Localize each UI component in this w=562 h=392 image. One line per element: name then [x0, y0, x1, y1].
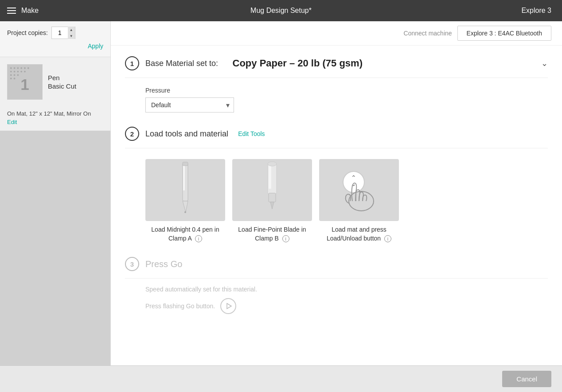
steps-area: 1 Base Material set to: Copy Paper – 20 … [111, 46, 562, 332]
step3-go-text: Press flashing Go button. [145, 303, 215, 310]
page-title: Mug Design Setup* [250, 7, 312, 15]
step1-material: Copy Paper – 20 lb (75 gsm) [233, 58, 363, 69]
svg-point-14 [17, 74, 19, 76]
step3-title: Press Go [145, 259, 182, 269]
apply-button[interactable]: Apply [88, 41, 103, 51]
mat-info-text: On Mat, 12" x 12" Mat, Mirror On [7, 110, 103, 117]
svg-point-5 [24, 67, 26, 69]
edit-tools-link[interactable]: Edit Tools [238, 130, 265, 137]
svg-point-13 [14, 74, 16, 76]
step3-go-row: Press flashing Go button. [145, 298, 548, 314]
machine-button[interactable]: Explore 3 : E4AC Bluetooth [457, 26, 551, 41]
main-content: Connect machine Explore 3 : E4AC Bluetoo… [111, 21, 562, 392]
pressure-select[interactable]: Default More Less [145, 97, 234, 113]
project-copies-label: Project copies: [7, 29, 48, 36]
tool-cards: Load Midnight 0.4 pen in Clamp A i [125, 159, 548, 243]
cancel-button[interactable]: Cancel [502, 371, 551, 387]
step2-section: 2 Load tools and material Edit Tools [125, 127, 548, 243]
step3-header: 3 Press Go [125, 257, 548, 279]
sidebar: Project copies: ▲ ▼ Apply [0, 21, 111, 392]
copies-up-button[interactable]: ▲ [68, 27, 75, 33]
go-button[interactable] [220, 298, 236, 314]
tool-pen-info-icon[interactable]: i [195, 235, 202, 242]
design-name-line1: Pen [48, 74, 76, 82]
hamburger-icon[interactable] [7, 8, 16, 14]
sidebar-mat-info-area: On Mat, 12" x 12" Mat, Mirror On Edit [0, 107, 110, 131]
tool-blade-info-icon[interactable]: i [282, 235, 289, 242]
svg-marker-20 [183, 201, 188, 212]
step2-number: 2 [125, 127, 139, 141]
svg-point-1 [10, 67, 12, 69]
step1-prefix: Base Material set to: [145, 59, 218, 68]
main-layout: Project copies: ▲ ▼ Apply [0, 21, 562, 392]
tool-card-blade: Load Fine-Point Blade in Clamp B i [232, 159, 312, 243]
copies-spinners: ▲ ▼ [68, 27, 75, 39]
edit-link[interactable]: Edit [7, 119, 17, 125]
svg-point-21 [184, 211, 186, 213]
play-icon [225, 302, 233, 310]
step1-number: 1 [125, 56, 139, 70]
design-info: Pen Basic Cut [48, 74, 76, 91]
copies-input-wrap: ▲ ▼ [51, 27, 75, 39]
svg-point-27 [268, 162, 277, 166]
sidebar-gray-area [0, 131, 110, 392]
svg-point-8 [14, 71, 16, 73]
tool-mat-info-icon[interactable]: i [384, 235, 391, 242]
tool-img-blade [232, 159, 312, 221]
svg-point-16 [14, 78, 16, 79]
nav-make-label: Make [21, 7, 39, 15]
design-thumbnail: 1 [7, 64, 43, 100]
svg-marker-32 [227, 303, 231, 309]
svg-point-3 [17, 67, 19, 69]
pen-icon [168, 161, 203, 219]
svg-rect-22 [183, 162, 188, 166]
blade-icon [254, 161, 290, 219]
connect-label: Connect machine [404, 30, 452, 37]
project-copies-row: Project copies: ▲ ▼ [7, 27, 103, 39]
svg-rect-19 [183, 164, 185, 190]
design-thumb-svg: 1 [8, 64, 42, 100]
design-item: 1 Pen Basic Cut [0, 57, 110, 107]
svg-point-12 [10, 74, 12, 76]
top-nav: Make Mug Design Setup* Explore 3 [0, 0, 562, 21]
tool-card-mat: ⌃ ⌄ [319, 159, 399, 243]
svg-point-15 [10, 78, 12, 79]
pressure-label: Pressure [145, 87, 548, 94]
tool-label-pen: Load Midnight 0.4 pen in Clamp A i [145, 225, 225, 243]
pressure-select-wrap: Default More Less [145, 97, 234, 113]
tool-img-mat: ⌃ ⌄ [319, 159, 399, 221]
svg-point-6 [27, 67, 29, 69]
svg-rect-24 [269, 164, 271, 189]
step1-section: 1 Base Material set to: Copy Paper – 20 … [125, 56, 548, 113]
step2-title: Load tools and material [145, 129, 228, 139]
tool-card-pen: Load Midnight 0.4 pen in Clamp A i [145, 159, 225, 243]
step1-header: 1 Base Material set to: Copy Paper – 20 … [125, 56, 548, 78]
svg-rect-25 [269, 193, 276, 202]
step1-body: Pressure Default More Less [125, 87, 548, 113]
sidebar-top: Project copies: ▲ ▼ Apply [0, 21, 110, 57]
svg-point-4 [20, 67, 22, 69]
connect-bar: Connect machine Explore 3 : E4AC Bluetoo… [111, 21, 562, 46]
copies-input[interactable] [52, 27, 68, 39]
svg-marker-26 [270, 202, 274, 209]
bottom-bar: Cancel [0, 365, 562, 392]
svg-point-11 [24, 71, 26, 73]
design-name-line2: Basic Cut [48, 82, 76, 91]
step1-chevron-icon[interactable]: ⌄ [541, 58, 548, 68]
svg-text:1: 1 [20, 76, 29, 93]
step3-number: 3 [125, 257, 139, 271]
step3-section: 3 Press Go Speed automatically set for t… [125, 257, 548, 314]
svg-point-31 [349, 191, 374, 211]
step2-header: 2 Load tools and material Edit Tools [125, 127, 548, 148]
step3-speed-text: Speed automatically set for this materia… [145, 286, 548, 293]
tool-label-mat: Load mat and press Load/Unload button i [319, 225, 399, 243]
svg-point-9 [17, 71, 19, 73]
tool-img-pen [145, 159, 225, 221]
nav-explore-label[interactable]: Explore 3 [521, 7, 551, 15]
svg-point-2 [14, 67, 16, 69]
svg-point-7 [10, 71, 12, 73]
step3-body: Speed automatically set for this materia… [125, 286, 548, 314]
copies-down-button[interactable]: ▼ [68, 33, 75, 39]
hand-icon: ⌃ ⌄ [319, 159, 399, 221]
tool-label-blade: Load Fine-Point Blade in Clamp B i [232, 225, 312, 243]
